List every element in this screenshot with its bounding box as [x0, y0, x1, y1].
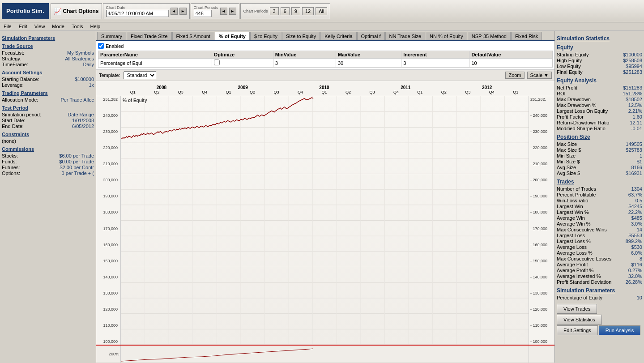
menu-help[interactable]: Help: [89, 23, 102, 30]
edit-settings-button[interactable]: Edit Settings: [557, 325, 598, 335]
toolbar: Portfolio Sim. 📈 Chart Options Chart Dat…: [0, 0, 644, 22]
view-statistics-button[interactable]: View Statistics: [557, 315, 602, 325]
menu-file[interactable]: File: [2, 23, 13, 30]
y-210000: 210,000: [96, 162, 119, 166]
stat-win-loss: Win-Loss ratio 0.5: [557, 198, 642, 203]
enabled-label: Enabled: [106, 43, 124, 49]
y-right-140: - 140,000: [530, 275, 554, 279]
y-200000: 200,000: [96, 178, 119, 182]
chart-date-prev[interactable]: ◄: [171, 8, 178, 15]
stat-max-size-dollar: Max Size $ $25783: [557, 147, 642, 153]
param-stocks: Stocks: $6.00 per Trade: [2, 153, 94, 158]
chart-periods-label2: Chart Periods: [243, 9, 268, 13]
period-3[interactable]: 3: [270, 7, 279, 15]
chart-main: 2008 2009 2010 2011 2012 Q1Q2Q3Q4 Q1Q2Q3…: [96, 81, 554, 363]
center-panel: Summary Fixed Trade Size Fixed $ Amount …: [96, 31, 554, 363]
period-all[interactable]: All: [316, 7, 327, 15]
chart-date-next[interactable]: ►: [179, 8, 187, 15]
stat-low-equity: Low Equity $95994: [557, 64, 642, 69]
stat-min-size: Min Size 1: [557, 153, 642, 158]
year-2011: 2011: [401, 85, 410, 90]
y-right-130: - 130,000: [530, 291, 554, 295]
stat-net-profit: Net Profit $151283: [557, 85, 642, 90]
chart-periods-input[interactable]: [194, 10, 212, 17]
tab-nn-pct-equity[interactable]: NN % of Equity: [426, 32, 467, 40]
right-panel: Simulation Statistics Equity Starting Eq…: [554, 31, 644, 363]
run-analysis-button[interactable]: Run Analysis: [599, 325, 641, 335]
tab-optimal-f[interactable]: Optimal f: [357, 32, 385, 40]
param-futures: Futures: $2.00 per Contr: [2, 165, 94, 170]
chart-periods-next[interactable]: ►: [229, 8, 236, 15]
tab-nn-trade-size[interactable]: NN Trade Size: [385, 32, 426, 40]
stat-final-equity: Final Equity $251283: [557, 69, 642, 75]
tab-fixed-trade-size[interactable]: Fixed Trade Size: [127, 32, 172, 40]
stat-max-consec-wins: Max Consecutive Wins 14: [557, 227, 642, 232]
stat-max-consec-losses: Max Consecutive Losses 8: [557, 256, 642, 261]
tab-nsp35[interactable]: NSP-35 Method: [468, 32, 511, 40]
period-6[interactable]: 6: [281, 7, 290, 15]
enabled-checkbox[interactable]: [98, 43, 104, 49]
template-label: Template:: [99, 73, 120, 78]
y-240000: 240,000: [96, 113, 119, 118]
right-panel-buttons: View Trades View Statistics Edit Setting…: [557, 304, 642, 335]
view-trades-button[interactable]: View Trades: [557, 304, 597, 314]
col-default-value: DefaultValue: [469, 51, 553, 59]
chart-date-input[interactable]: [106, 10, 169, 17]
commissions-title: Commissions: [2, 146, 94, 152]
stat-largest-win-pct: Largest Win % 22.2%: [557, 209, 642, 215]
stat-num-trades: Number of Trades 1304: [557, 186, 642, 192]
tab-dollar-to-equity[interactable]: $ to Equity: [250, 32, 281, 40]
stat-pct-equity-param: Percentage of Equity 10: [557, 295, 642, 300]
y-120000: 120,000: [96, 307, 119, 312]
y-right-110: - 110,000: [530, 323, 554, 328]
year-2009: 2009: [238, 85, 248, 90]
tab-summary[interactable]: Summary: [97, 32, 126, 40]
scale-button[interactable]: Scale ▼: [527, 72, 552, 79]
stat-largest-loss: Largest Loss $5553: [557, 233, 642, 238]
chart-toolbar: Template: Standard Zoom Scale ▼: [96, 70, 554, 81]
chart-periods-section: Chart Periods ◄ ►: [191, 3, 239, 19]
y-right-190: - 190,000: [530, 194, 554, 198]
trading-params-title: Trading Parameters: [2, 90, 94, 96]
zoom-button[interactable]: Zoom: [505, 72, 524, 79]
template-dropdown[interactable]: Standard: [124, 71, 156, 79]
tab-kelly[interactable]: Kelly Criteria: [320, 32, 356, 40]
stat-max-drawdown: Max Drawdown $18502: [557, 97, 642, 102]
menu-view[interactable]: View: [33, 23, 47, 30]
stat-max-size: Max Size 149505: [557, 141, 642, 147]
period-12[interactable]: 12: [302, 7, 314, 15]
stat-profit-factor: Profit Factor 1.60: [557, 114, 642, 120]
col-optimize: Optimize: [212, 51, 273, 59]
app-title: Portfolio Sim.: [2, 3, 49, 19]
y-180000: 180,000: [96, 210, 119, 214]
stat-avg-profit-pct: Average Profit % -0.27%: [557, 268, 642, 273]
chart-controls: Zoom Scale ▼: [505, 72, 552, 79]
param-focuslist: FocusList: My Symbols: [2, 50, 94, 56]
menu-mode[interactable]: Mode: [50, 23, 66, 30]
main-layout: Simulation Parameters Trade Source Focus…: [0, 31, 644, 363]
period-9[interactable]: 9: [291, 7, 300, 15]
y-right-150: - 150,000: [530, 259, 554, 263]
tab-pct-equity[interactable]: % of Equity: [215, 32, 250, 40]
param-default-cell: 10: [469, 59, 553, 68]
table-row: Percentage of Equi 3 30 3 10: [98, 59, 553, 68]
chart-periods-prev[interactable]: ◄: [220, 8, 227, 15]
param-funds: Funds: $0.00 per Trade: [2, 159, 94, 164]
stat-avg-profit: Average Profit $116: [557, 262, 642, 267]
tab-fixed-dollar[interactable]: Fixed $ Amount: [172, 32, 214, 40]
account-settings-title: Account Settings: [2, 70, 94, 75]
param-timeframe: TimeFrame: Daily: [2, 62, 94, 67]
col-param-name: ParameterName: [98, 51, 212, 59]
param-optimize-cell[interactable]: [212, 59, 273, 68]
tab-fixed-risk[interactable]: Fixed Risk: [511, 32, 542, 40]
menu-edit[interactable]: Edit: [17, 23, 29, 30]
stat-pct-profitable: Percent Profitable 63.7%: [557, 192, 642, 197]
y-170000: 170,000: [96, 226, 119, 231]
param-end-date: End Date: 6/05/2012: [2, 124, 94, 129]
tab-size-to-equity[interactable]: Size to Equity: [282, 32, 320, 40]
stat-avg-size: Avg Size 8166: [557, 165, 642, 170]
optimize-checkbox[interactable]: [214, 60, 220, 65]
menu-tools[interactable]: Tools: [70, 23, 85, 30]
chart-options-label: Chart Options: [63, 8, 99, 14]
year-2008: 2008: [157, 85, 166, 90]
